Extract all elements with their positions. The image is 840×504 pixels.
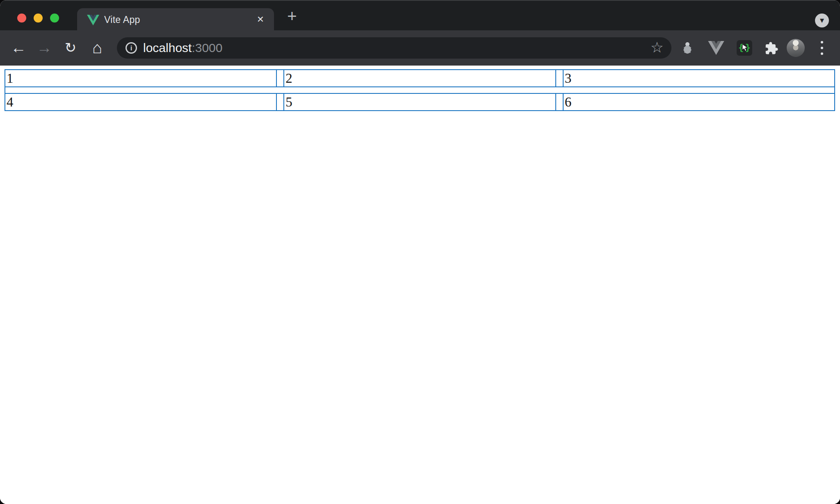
debugger-bug-icon — [682, 42, 693, 54]
tab-search-button[interactable]: ▾ — [815, 14, 829, 27]
grid-row-2: 4 5 6 — [5, 93, 834, 111]
json-viewer-extension-button[interactable]: { } — [737, 40, 752, 56]
traffic-light-close-button[interactable] — [17, 14, 26, 23]
profile-avatar[interactable] — [787, 39, 805, 57]
new-tab-button[interactable]: + — [284, 5, 300, 28]
debugger-extension-button[interactable] — [682, 42, 693, 54]
browser-menu-button[interactable] — [818, 41, 826, 55]
home-button[interactable]: ⌂ — [88, 30, 106, 66]
page-content: 1 2 3 4 5 6 — [0, 69, 840, 504]
traffic-light-minimize-button[interactable] — [34, 14, 43, 23]
back-button[interactable]: ← — [9, 30, 27, 66]
extensions-menu-button[interactable] — [765, 41, 778, 55]
more-menu-icon — [821, 47, 823, 49]
url-text: localhost:3000 — [143, 37, 222, 59]
grid-cell: 4 — [5, 94, 277, 110]
bookmark-star-icon: ☆ — [651, 39, 664, 56]
address-bar[interactable]: i localhost:3000 ☆ — [117, 37, 671, 59]
grid-cell: 1 — [5, 70, 277, 86]
toolbar: ← → ↻ ⌂ i localhost:3000 ☆ — [0, 30, 840, 66]
home-icon: ⌂ — [92, 39, 102, 57]
reload-button[interactable]: ↻ — [62, 30, 80, 66]
url-host: localhost — [143, 41, 192, 54]
extensions-puzzle-icon — [765, 41, 778, 55]
more-menu-icon — [821, 52, 823, 55]
tab-close-icon[interactable]: × — [253, 8, 267, 31]
reload-icon: ↻ — [65, 40, 77, 55]
vue-devtools-icon — [708, 41, 724, 55]
bookmark-star-button[interactable]: ☆ — [649, 37, 665, 59]
tab-title: Vite App — [104, 8, 140, 31]
forward-button[interactable]: → — [35, 30, 53, 66]
vue-favicon-icon — [87, 15, 99, 25]
browser-window: Vite App × + ▾ ← → ↻ ⌂ i localhost:3000 … — [0, 0, 840, 504]
tab-strip: Vite App × + ▾ — [0, 0, 840, 30]
chevron-down-icon: ▾ — [820, 16, 824, 25]
tab-vite-app[interactable]: Vite App × — [77, 8, 274, 31]
forward-icon: → — [37, 39, 52, 56]
back-icon: ← — [11, 39, 26, 56]
grid-cell: 6 — [563, 94, 834, 110]
traffic-light-zoom-button[interactable] — [50, 14, 59, 23]
cursor-icon — [742, 44, 749, 52]
url-port: :3000 — [192, 41, 222, 54]
grid-cell: 5 — [283, 94, 556, 110]
site-info-icon[interactable]: i — [126, 42, 137, 54]
vue-devtools-extension-button[interactable] — [708, 41, 724, 55]
grid-cell: 2 — [283, 70, 556, 86]
grid-cell: 3 — [563, 70, 834, 86]
number-grid: 1 2 3 4 5 6 — [5, 69, 835, 111]
more-menu-icon — [821, 41, 823, 43]
grid-row-1: 1 2 3 — [5, 69, 834, 87]
